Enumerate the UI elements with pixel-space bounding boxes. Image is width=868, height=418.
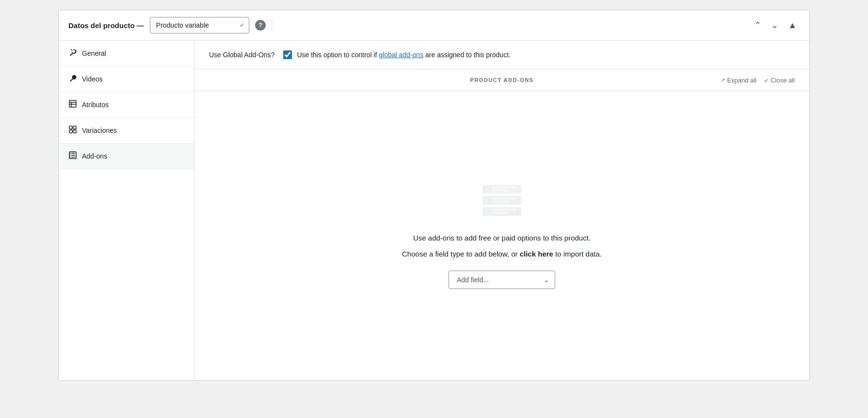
wrench-icon-videos	[68, 74, 77, 84]
table-icon	[68, 100, 77, 110]
help-icon[interactable]: ?	[255, 20, 266, 31]
svg-rect-7	[73, 130, 76, 133]
expand-all-button[interactable]: ↗ Expand all	[721, 77, 756, 84]
svg-rect-20	[492, 201, 509, 203]
panel-title: Datos del producto —	[68, 21, 144, 30]
wrench-icon	[68, 48, 77, 58]
header-controls: ⌃ ⌄ ▲	[751, 19, 800, 32]
vertical-divider	[272, 19, 272, 31]
sidebar-item-videos[interactable]: Videos	[59, 66, 194, 92]
product-type-select-wrapper: Producto variable Producto simple Produc…	[150, 17, 249, 33]
svg-rect-18	[482, 196, 521, 205]
sidebar-item-atributos-label: Atributos	[82, 101, 109, 109]
sidebar-item-atributos[interactable]: Atributos	[59, 92, 194, 118]
global-addons-label: Use Global Add-Ons?	[209, 51, 274, 59]
svg-rect-16	[492, 186, 516, 189]
svg-rect-0	[69, 100, 76, 107]
sidebar-item-videos-label: Videos	[82, 75, 103, 83]
empty-state-text-secondary: Choose a field type to add below, or cli…	[402, 250, 602, 258]
global-addons-description: Use this option to control if global add…	[297, 51, 511, 59]
addons-section-title: PRODUCT ADD-ONS	[470, 77, 534, 83]
expand-icon: ↗	[721, 77, 725, 83]
addons-section-header: PRODUCT ADD-ONS ↗ Expand all ↙ Close all	[194, 69, 809, 91]
svg-point-14	[70, 157, 71, 158]
sidebar-item-general-label: General	[82, 49, 106, 57]
sidebar: General Videos	[59, 41, 194, 380]
product-type-select[interactable]: Producto variable Producto simple Produc…	[150, 17, 249, 33]
grid-icon	[68, 126, 77, 135]
collapse-button[interactable]: ▲	[785, 19, 800, 32]
svg-rect-6	[69, 130, 72, 133]
close-all-button[interactable]: ↙ Close all	[764, 77, 795, 84]
click-here-link[interactable]: click here	[520, 250, 553, 258]
svg-point-12	[70, 153, 71, 154]
svg-rect-5	[73, 126, 76, 129]
collapse-down-button[interactable]: ⌄	[768, 19, 781, 32]
close-icon: ↙	[764, 77, 769, 83]
add-field-select[interactable]: Add field... Multiple choice Checkbox Te…	[449, 271, 555, 289]
sidebar-item-general[interactable]: General	[59, 41, 194, 66]
global-addons-link[interactable]: global add-ons	[379, 51, 423, 59]
sidebar-item-variaciones-label: Variaciones	[82, 127, 117, 134]
svg-rect-17	[492, 190, 509, 192]
collapse-up-button[interactable]: ⌃	[751, 19, 764, 32]
panel-body: General Videos	[59, 41, 809, 380]
product-data-panel: Datos del producto — Producto variable P…	[58, 10, 810, 381]
global-addons-checkbox[interactable]	[283, 50, 292, 59]
sidebar-item-variaciones[interactable]: Variaciones	[59, 118, 194, 144]
svg-rect-23	[492, 212, 509, 214]
svg-rect-22	[492, 209, 516, 211]
svg-point-13	[70, 155, 71, 156]
svg-rect-21	[482, 207, 521, 216]
main-content: Use Global Add-Ons? Use this option to c…	[194, 41, 809, 380]
empty-state-icon	[478, 182, 526, 226]
list-icon	[68, 151, 77, 161]
panel-header: Datos del producto — Producto variable P…	[59, 10, 809, 41]
empty-state: Use add-ons to add free or paid options …	[194, 91, 809, 380]
svg-rect-19	[492, 197, 516, 200]
addons-section: PRODUCT ADD-ONS ↗ Expand all ↙ Close all	[194, 69, 809, 380]
global-addons-row: Use Global Add-Ons? Use this option to c…	[194, 41, 809, 69]
sidebar-item-addons-label: Add-ons	[82, 152, 107, 160]
sidebar-item-addons[interactable]: Add-ons	[59, 144, 194, 169]
addons-actions: ↗ Expand all ↙ Close all	[721, 77, 795, 84]
svg-rect-4	[69, 126, 72, 129]
add-field-select-wrapper: Add field... Multiple choice Checkbox Te…	[449, 271, 555, 289]
empty-state-text-primary: Use add-ons to add free or paid options …	[413, 234, 591, 242]
svg-rect-15	[482, 185, 521, 193]
